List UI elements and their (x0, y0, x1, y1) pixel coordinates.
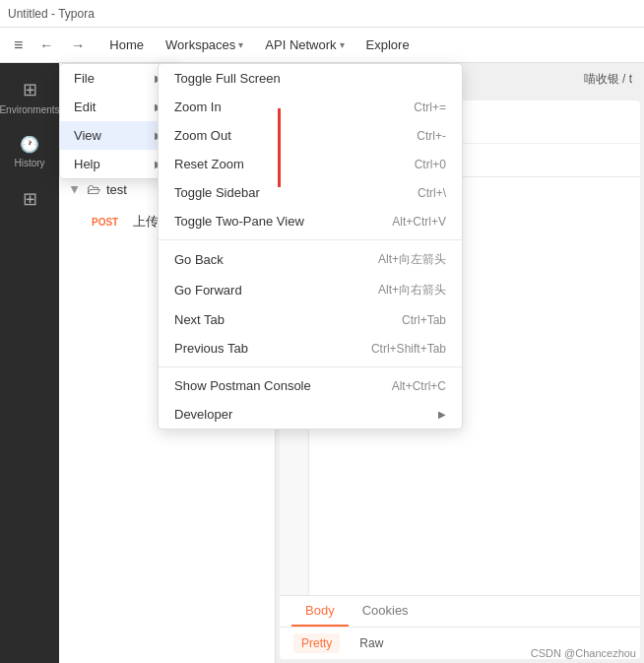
collection-icon: ⊞ (23, 188, 37, 210)
separator-2 (159, 366, 462, 367)
sidebar-item-collection[interactable]: ⊞ (4, 180, 55, 222)
view-item-prev-tab[interactable]: Previous Tab Ctrl+Shift+Tab (159, 334, 462, 363)
sidebar: ⊞ Environments 🕐 History ⊞ (0, 63, 59, 663)
watermark: CSDN @Chancezhou (531, 647, 636, 659)
view-item-toggle-two-pane[interactable]: Toggle Two-Pane View Alt+Ctrl+V (159, 207, 462, 235)
sidebar-item-history[interactable]: 🕐 History (4, 127, 55, 176)
separator-1 (159, 239, 462, 240)
back-button[interactable]: ← (32, 32, 60, 59)
sidebar-item-label-environments: Environments (0, 104, 60, 115)
expand-arrow-icon-3: ▶ (70, 185, 81, 193)
bottom-tabs: Body Cookies (280, 596, 640, 628)
api-network-link[interactable]: API Network ▾ (255, 33, 354, 56)
home-link[interactable]: Home (99, 33, 154, 56)
view-item-reset-zoom[interactable]: Reset Zoom Ctrl+0 (159, 150, 462, 178)
view-item-go-forward[interactable]: Go Forward Alt+向右箭头 (159, 275, 462, 305)
nav-links: Home Workspaces ▾ API Network ▾ Explore (99, 33, 419, 56)
folder-icon-3: 🗁 (87, 181, 100, 197)
environments-icon: ⊞ (23, 79, 37, 100)
view-item-postman-console[interactable]: Show Postman Console Alt+Ctrl+C (159, 371, 462, 400)
workspaces-link[interactable]: Workspaces ▾ (156, 33, 253, 56)
sidebar-item-label-history: History (14, 158, 44, 168)
view-item-toggle-sidebar[interactable]: Toggle Sidebar Ctrl+\ (159, 178, 462, 207)
collection-label-3: test (106, 182, 127, 197)
hamburger-button[interactable]: ≡ (8, 33, 29, 58)
explore-link[interactable]: Explore (356, 33, 419, 56)
workspaces-arrow-icon: ▾ (238, 39, 243, 50)
post-method-tag: POST (87, 216, 123, 229)
view-item-zoom-in[interactable]: Zoom In Ctrl+= (159, 93, 462, 121)
forward-button[interactable]: → (64, 32, 92, 59)
menu-bar: ≡ ← → Home Workspaces ▾ API Network ▾ Ex… (0, 28, 644, 63)
option-pretty[interactable]: Pretty (293, 633, 340, 653)
history-icon: 🕐 (20, 135, 39, 154)
view-item-developer[interactable]: Developer ▶ (159, 400, 462, 429)
developer-submenu-arrow-icon: ▶ (438, 409, 446, 420)
bottom-tab-body[interactable]: Body (291, 596, 349, 627)
title-text: Untitled - Typora (8, 7, 95, 21)
view-item-go-back[interactable]: Go Back Alt+向左箭头 (159, 244, 462, 275)
api-network-arrow-icon: ▾ (340, 39, 345, 50)
title-bar: Untitled - Typora (0, 0, 644, 28)
view-item-toggle-fullscreen[interactable]: Toggle Full Screen (159, 64, 462, 93)
view-menu: Toggle Full Screen Zoom In Ctrl+= Zoom O… (158, 63, 463, 430)
view-item-zoom-out[interactable]: Zoom Out Ctrl+- (159, 121, 462, 150)
bottom-tab-cookies[interactable]: Cookies (349, 596, 422, 627)
option-raw[interactable]: Raw (352, 633, 391, 653)
view-item-next-tab[interactable]: Next Tab Ctrl+Tab (159, 305, 462, 334)
sidebar-item-environments[interactable]: ⊞ Environments (4, 71, 55, 123)
